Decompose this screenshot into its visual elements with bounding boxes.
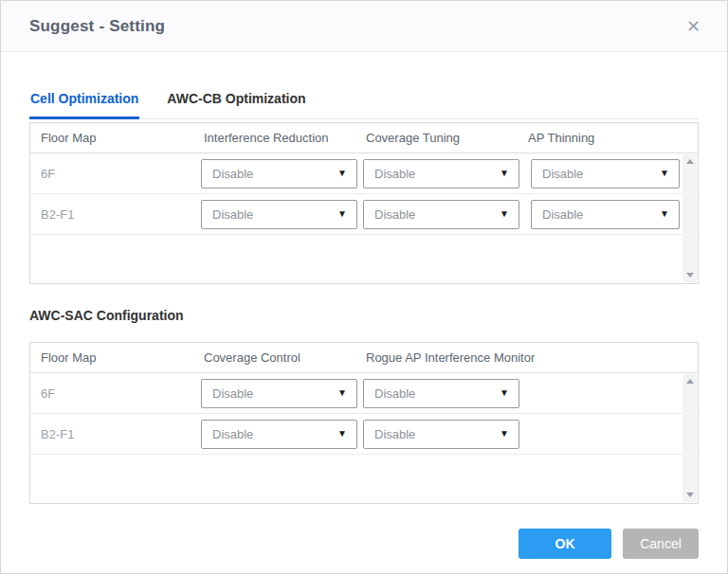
awc-sac-table: Floor Map Coverage Control Rogue AP Inte… <box>29 342 699 504</box>
chevron-down-icon: ▼ <box>500 209 509 219</box>
table-empty-area <box>30 455 698 503</box>
ap-thinning-select[interactable]: Disable ▼ <box>531 159 680 188</box>
close-icon[interactable]: ✕ <box>682 14 704 39</box>
dialog-footer: OK Cancel <box>29 529 699 559</box>
floor-map-label: 6F <box>30 386 201 401</box>
chevron-down-icon: ▼ <box>337 169 347 178</box>
ok-button[interactable]: OK <box>519 529 611 559</box>
cell-optimization-table: Floor Map Interference Reduction Coverag… <box>29 122 699 284</box>
dialog-header: Suggest - Setting ✕ <box>1 1 727 52</box>
column-header-ap-thinning: AP Thinning <box>525 131 698 145</box>
selected-value: Disable <box>374 207 415 222</box>
coverage-tuning-select[interactable]: Disable ▼ <box>363 159 519 188</box>
table-header-row: Floor Map Coverage Control Rogue AP Inte… <box>30 343 698 373</box>
column-header-coverage-tuning: Coverage Tuning <box>363 131 525 145</box>
awc-sac-heading: AWC-SAC Configuration <box>29 308 699 323</box>
selected-value: Disable <box>374 386 415 401</box>
scroll-up-icon[interactable] <box>686 379 694 384</box>
coverage-tuning-select[interactable]: Disable ▼ <box>363 200 519 229</box>
column-header-floor-map: Floor Map <box>30 131 201 145</box>
selected-value: Disable <box>374 427 415 441</box>
floor-map-label: 6F <box>30 167 201 181</box>
rogue-ap-monitor-select[interactable]: Disable ▼ <box>363 379 519 408</box>
selected-value: Disable <box>542 167 583 181</box>
scroll-up-icon[interactable] <box>686 159 694 164</box>
chevron-down-icon: ▼ <box>337 429 347 439</box>
cancel-button[interactable]: Cancel <box>623 529 699 559</box>
column-header-interference-reduction: Interference Reduction <box>201 131 363 145</box>
table-row: 6F Disable ▼ Disable ▼ Disable ▼ <box>30 153 698 194</box>
tab-bar: Cell Optimization AWC-CB Optimization <box>29 91 699 119</box>
ap-thinning-select[interactable]: Disable ▼ <box>531 200 680 229</box>
table-header-row: Floor Map Interference Reduction Coverag… <box>30 123 698 153</box>
chevron-down-icon: ▼ <box>660 209 669 219</box>
scroll-down-icon[interactable] <box>686 273 694 278</box>
coverage-control-select[interactable]: Disable ▼ <box>201 420 357 449</box>
vertical-scrollbar[interactable] <box>682 374 697 502</box>
column-header-floor-map: Floor Map <box>30 350 201 365</box>
table-row: 6F Disable ▼ Disable ▼ <box>30 373 698 414</box>
chevron-down-icon: ▼ <box>660 169 669 178</box>
chevron-down-icon: ▼ <box>337 209 347 219</box>
table-row: B2-F1 Disable ▼ Disable ▼ Disable ▼ <box>30 194 698 235</box>
selected-value: Disable <box>212 427 253 441</box>
chevron-down-icon: ▼ <box>500 388 509 398</box>
floor-map-label: B2-F1 <box>30 427 201 441</box>
coverage-control-select[interactable]: Disable ▼ <box>201 379 357 408</box>
selected-value: Disable <box>212 167 253 181</box>
scroll-down-icon[interactable] <box>686 493 694 497</box>
selected-value: Disable <box>212 386 253 401</box>
selected-value: Disable <box>374 167 415 181</box>
interference-reduction-select[interactable]: Disable ▼ <box>201 200 357 229</box>
dialog-body: Cell Optimization AWC-CB Optimization Fl… <box>1 91 727 559</box>
table-row: B2-F1 Disable ▼ Disable ▼ <box>30 414 698 455</box>
chevron-down-icon: ▼ <box>500 169 509 178</box>
tab-awc-cb-optimization[interactable]: AWC-CB Optimization <box>166 91 306 118</box>
selected-value: Disable <box>212 207 253 222</box>
chevron-down-icon: ▼ <box>337 388 347 398</box>
chevron-down-icon: ▼ <box>500 429 509 439</box>
floor-map-label: B2-F1 <box>30 207 201 222</box>
interference-reduction-select[interactable]: Disable ▼ <box>201 159 357 188</box>
column-header-rogue-ap-monitor: Rogue AP Interference Monitor <box>363 350 698 365</box>
selected-value: Disable <box>542 207 583 222</box>
table-empty-area <box>30 235 698 283</box>
vertical-scrollbar[interactable] <box>682 154 697 282</box>
rogue-ap-monitor-select[interactable]: Disable ▼ <box>363 420 519 449</box>
tab-cell-optimization[interactable]: Cell Optimization <box>29 91 139 118</box>
dialog-title: Suggest - Setting <box>29 17 165 36</box>
column-header-coverage-control: Coverage Control <box>201 350 363 365</box>
